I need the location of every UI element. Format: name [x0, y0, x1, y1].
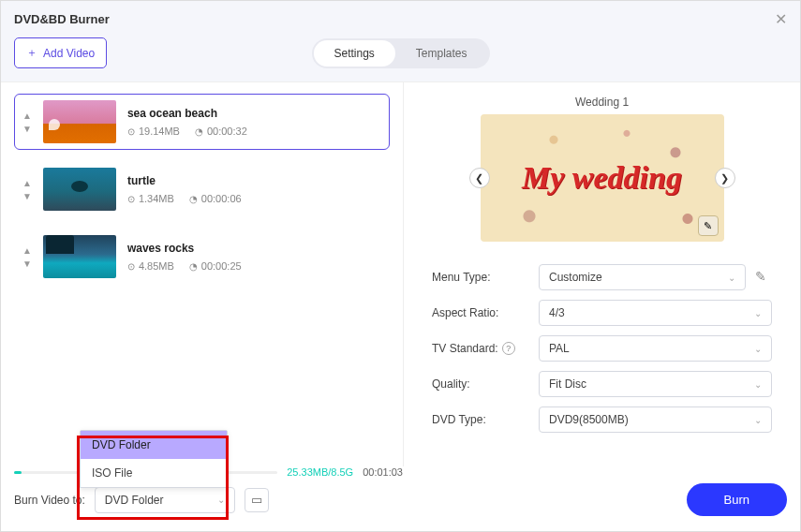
size-icon: ⊙: [127, 194, 135, 204]
tv-standard-select[interactable]: PAL ⌄: [539, 335, 772, 362]
edit-icon[interactable]: ✎: [755, 269, 772, 286]
clock-icon: ◔: [195, 126, 203, 137]
bottom-row: Burn Video to: DVD Folder ⌄ ▭ Burn: [14, 483, 787, 516]
video-size: 4.85MB: [139, 260, 174, 272]
browse-folder-icon[interactable]: ▭: [245, 488, 269, 512]
tv-standard-value: PAL: [549, 342, 570, 355]
add-video-label: Add Video: [43, 47, 95, 60]
video-size: 1.34MB: [139, 193, 174, 204]
reorder-arrows: ▲ ▼: [22, 245, 32, 269]
clock-icon: ◔: [189, 194, 198, 204]
move-up-icon[interactable]: ▲: [22, 245, 32, 256]
progress-fill: [14, 471, 22, 474]
chevron-down-icon: ⌄: [754, 308, 762, 318]
progress-size: 25.33MB/8.5G: [287, 466, 353, 478]
main-body: ▲ ▼ sea ocean beach ⊙19.14MB ◔00:00:32: [1, 82, 800, 466]
preview-title: Wedding 1: [575, 96, 629, 109]
video-thumbnail[interactable]: [43, 235, 116, 278]
video-duration: 00:00:25: [201, 260, 242, 272]
settings-panel: Wedding 1 ❮ My wedding ❯ ✎ Menu Type: Cu…: [404, 82, 800, 466]
burn-button[interactable]: Burn: [687, 483, 787, 516]
move-up-icon[interactable]: ▲: [22, 178, 32, 188]
chevron-down-icon: ⌄: [217, 495, 225, 505]
video-item[interactable]: ▲ ▼ sea ocean beach ⊙19.14MB ◔00:00:32: [14, 94, 390, 150]
menu-type-label: Menu Type:: [432, 271, 529, 284]
chevron-down-icon: ⌄: [728, 273, 735, 283]
settings-form: Menu Type: Customize ⌄ ✎ Aspect Ratio: 4…: [432, 264, 772, 433]
next-template-icon[interactable]: ❯: [715, 168, 735, 188]
tab-templates[interactable]: Templates: [395, 40, 488, 66]
footer: 25.33MB/8.5G 00:01:03 DVD Folder ISO Fil…: [1, 466, 800, 531]
move-up-icon[interactable]: ▲: [22, 111, 32, 121]
move-down-icon[interactable]: ▼: [22, 191, 32, 201]
video-list: ▲ ▼ sea ocean beach ⊙19.14MB ◔00:00:32: [14, 94, 390, 285]
window-title: DVD&BD Burner: [14, 12, 110, 26]
quality-label: Quality:: [432, 377, 529, 391]
burn-to-dropdown[interactable]: DVD Folder ISO File: [80, 430, 228, 488]
chevron-down-icon: ⌄: [754, 379, 762, 390]
burn-to-label: Burn Video to:: [14, 494, 85, 507]
chevron-down-icon: ⌄: [754, 344, 762, 354]
move-down-icon[interactable]: ▼: [22, 259, 32, 269]
chevron-down-icon: ⌄: [754, 415, 762, 425]
size-icon: ⊙: [127, 126, 135, 137]
dvd-type-label: DVD Type:: [432, 413, 529, 426]
menu-type-select[interactable]: Customize ⌄: [539, 264, 746, 290]
video-panel: ▲ ▼ sea ocean beach ⊙19.14MB ◔00:00:32: [1, 82, 404, 466]
video-duration: 00:00:06: [201, 193, 242, 204]
video-title: turtle: [127, 174, 381, 187]
header: DVD&BD Burner ✕ ＋ Add Video Settings Tem…: [1, 1, 800, 82]
aspect-ratio-label: Aspect Ratio:: [432, 306, 529, 319]
video-item[interactable]: ▲ ▼ waves rocks ⊙4.85MB ◔00:00:25: [14, 229, 390, 285]
video-size: 19.14MB: [139, 126, 180, 137]
dvd-type-value: DVD9(8500MB): [549, 413, 629, 426]
move-down-icon[interactable]: ▼: [22, 124, 32, 134]
tab-group: Settings Templates: [311, 38, 489, 68]
menu-type-value: Customize: [549, 271, 602, 284]
video-thumbnail[interactable]: [43, 100, 116, 143]
progress-time: 00:01:03: [363, 466, 403, 478]
clock-icon: ◔: [189, 261, 198, 272]
reorder-arrows: ▲ ▼: [22, 178, 32, 201]
add-video-button[interactable]: ＋ Add Video: [14, 37, 107, 68]
video-duration: 00:00:32: [207, 126, 247, 137]
tab-settings[interactable]: Settings: [313, 40, 394, 66]
burn-to-select[interactable]: DVD Folder ⌄: [95, 487, 235, 513]
aspect-ratio-select[interactable]: 4/3 ⌄: [539, 300, 772, 326]
app-window: DVD&BD Burner ✕ ＋ Add Video Settings Tem…: [0, 0, 801, 532]
size-icon: ⊙: [127, 261, 135, 272]
menu-preview[interactable]: ❮ My wedding ❯ ✎: [481, 114, 724, 242]
video-title: sea ocean beach: [127, 107, 381, 120]
close-icon[interactable]: ✕: [775, 10, 787, 28]
plus-icon: ＋: [26, 45, 37, 61]
quality-select[interactable]: Fit Disc ⌄: [539, 371, 772, 397]
help-icon[interactable]: ?: [502, 342, 515, 355]
dropdown-option[interactable]: ISO File: [81, 459, 227, 487]
dropdown-option[interactable]: DVD Folder: [81, 431, 227, 459]
video-thumbnail[interactable]: [43, 168, 116, 211]
video-item[interactable]: ▲ ▼ turtle ⊙1.34MB ◔00:00:06: [14, 161, 390, 217]
prev-template-icon[interactable]: ❮: [469, 168, 490, 188]
quality-value: Fit Disc: [549, 377, 586, 391]
dvd-type-select[interactable]: DVD9(8500MB) ⌄: [539, 406, 772, 433]
tv-standard-label: TV Standard: ?: [432, 342, 529, 355]
video-title: waves rocks: [127, 242, 381, 255]
reorder-arrows: ▲ ▼: [22, 111, 32, 134]
aspect-ratio-value: 4/3: [549, 306, 565, 319]
menu-caption: My wedding: [522, 160, 682, 196]
edit-menu-icon[interactable]: ✎: [698, 215, 719, 236]
burn-to-value: DVD Folder: [105, 494, 164, 507]
